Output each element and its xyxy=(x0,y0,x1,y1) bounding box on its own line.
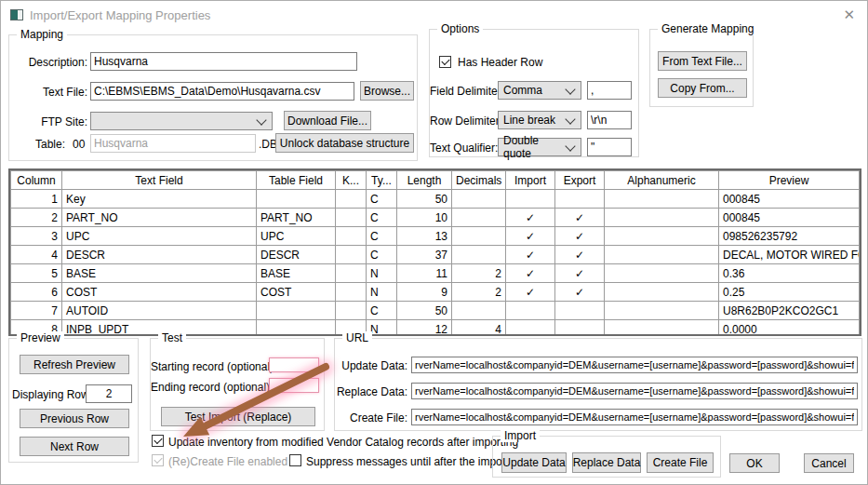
grid-cell-preview[interactable]: 0.36 xyxy=(719,264,860,283)
grid-cell-column[interactable]: 5 xyxy=(11,264,62,283)
grid-row[interactable]: 7AUTOIDC50U8R62B0P2KCO2GC1 xyxy=(11,302,860,320)
grid-cell-export[interactable]: ✓ xyxy=(555,209,605,227)
grid-cell-key[interactable] xyxy=(336,209,367,227)
ftp-site-select[interactable] xyxy=(90,112,273,130)
test-import-replace-button[interactable]: Test Import (Replace) xyxy=(161,407,315,426)
grid-cell-decimals[interactable] xyxy=(452,209,506,227)
grid-cell-decimals[interactable]: 2 xyxy=(452,283,506,302)
grid-cell-table_field[interactable]: DESCR xyxy=(257,246,336,264)
grid-header-alphanumeric[interactable]: Alphanumeric xyxy=(605,171,719,190)
row-delimiter-select[interactable]: Line break xyxy=(498,111,581,129)
grid-cell-column[interactable]: 1 xyxy=(11,190,62,209)
grid-row[interactable]: 8INPB_UPDTN1240.0000 xyxy=(11,320,860,337)
grid-cell-table_field[interactable] xyxy=(257,190,336,209)
grid-cell-type[interactable]: C xyxy=(367,227,397,246)
grid-row[interactable]: 3UPCUPCC13✓✓098526235792 xyxy=(11,227,860,246)
grid-cell-preview[interactable]: 000845 xyxy=(719,209,860,227)
grid-cell-table_field[interactable]: UPC xyxy=(257,227,336,246)
grid-cell-column[interactable]: 4 xyxy=(11,246,62,264)
grid-cell-text_field[interactable]: BASE xyxy=(62,264,257,283)
next-row-button[interactable]: Next Row xyxy=(20,437,129,456)
starting-record-input[interactable] xyxy=(269,357,319,372)
grid-cell-export[interactable] xyxy=(555,320,605,337)
previous-row-button[interactable]: Previous Row xyxy=(20,409,129,428)
browse-button[interactable]: Browse... xyxy=(360,81,414,101)
grid-cell-length[interactable]: 12 xyxy=(397,320,452,337)
grid-cell-type[interactable]: C xyxy=(367,302,397,320)
grid-cell-decimals[interactable]: 2 xyxy=(452,264,506,283)
grid-cell-type[interactable]: N xyxy=(367,283,397,302)
update-inventory-checkbox[interactable] xyxy=(152,435,164,447)
from-text-file-button[interactable]: From Text File... xyxy=(658,51,747,71)
grid-cell-export[interactable]: ✓ xyxy=(555,264,605,283)
grid-cell-decimals[interactable] xyxy=(452,227,506,246)
grid-cell-table_field[interactable] xyxy=(257,320,336,337)
grid-cell-key[interactable] xyxy=(336,227,367,246)
close-icon[interactable]: ✕ xyxy=(843,7,855,23)
grid-cell-length[interactable]: 13 xyxy=(397,227,452,246)
grid-cell-type[interactable]: C xyxy=(367,190,397,209)
grid-cell-export[interactable]: ✓ xyxy=(555,283,605,302)
grid-cell-table_field[interactable]: PART_NO xyxy=(257,209,336,227)
grid-row[interactable]: 1KeyC50000845 xyxy=(11,190,860,209)
grid-cell-alphanumeric[interactable] xyxy=(605,320,719,337)
grid-cell-preview[interactable]: 000845 xyxy=(719,190,860,209)
grid-row[interactable]: 5BASEBASEN112✓✓0.36 xyxy=(11,264,860,283)
grid-cell-alphanumeric[interactable] xyxy=(605,190,719,209)
grid-cell-text_field[interactable]: UPC xyxy=(62,227,257,246)
grid-cell-preview[interactable]: 0.25 xyxy=(719,283,860,302)
grid-cell-type[interactable]: C xyxy=(367,209,397,227)
import-update-data-button[interactable]: Update Data xyxy=(501,452,567,473)
grid-cell-length[interactable]: 11 xyxy=(397,264,452,283)
grid-cell-preview[interactable]: 0.0000 xyxy=(719,320,860,337)
grid-cell-key[interactable] xyxy=(336,246,367,264)
field-delimiter-select[interactable]: Comma xyxy=(498,81,581,100)
copy-from-button[interactable]: Copy From... xyxy=(658,78,747,98)
grid-cell-length[interactable]: 10 xyxy=(397,209,452,227)
row-delimiter-char-input[interactable] xyxy=(587,111,632,129)
grid-cell-decimals[interactable] xyxy=(452,190,506,209)
grid-cell-alphanumeric[interactable] xyxy=(605,227,719,246)
grid-header-table_field[interactable]: Table Field xyxy=(257,171,336,190)
grid-cell-length[interactable]: 9 xyxy=(397,283,452,302)
replace-data-url-input[interactable] xyxy=(411,383,858,399)
grid-cell-preview[interactable]: 098526235792 xyxy=(719,227,860,246)
grid-cell-preview[interactable]: U8R62B0P2KCO2GC1 xyxy=(719,302,860,320)
grid-cell-alphanumeric[interactable] xyxy=(605,246,719,264)
grid-cell-length[interactable]: 50 xyxy=(397,190,452,209)
grid-header-column[interactable]: Column xyxy=(11,171,62,190)
grid-cell-text_field[interactable]: COST xyxy=(62,283,257,302)
grid-cell-length[interactable]: 50 xyxy=(397,302,452,320)
grid-cell-table_field[interactable]: COST xyxy=(257,283,336,302)
import-replace-data-button[interactable]: Replace Data xyxy=(572,452,641,473)
grid-cell-decimals[interactable]: 4 xyxy=(452,320,506,337)
grid-cell-import[interactable] xyxy=(506,320,555,337)
table-name-input[interactable] xyxy=(90,134,256,153)
grid-cell-alphanumeric[interactable] xyxy=(605,302,719,320)
grid-header-import[interactable]: Import xyxy=(506,171,555,190)
grid-cell-import[interactable] xyxy=(506,190,555,209)
refresh-preview-button[interactable]: Refresh Preview xyxy=(20,355,129,374)
grid-cell-alphanumeric[interactable] xyxy=(605,264,719,283)
grid-cell-key[interactable] xyxy=(336,190,367,209)
grid-row[interactable]: 2PART_NOPART_NOC10✓✓000845 xyxy=(11,209,860,227)
field-delimiter-char-input[interactable] xyxy=(587,81,632,100)
create-file-url-input[interactable] xyxy=(411,409,858,425)
grid-cell-import[interactable]: ✓ xyxy=(506,264,555,283)
grid-header-type[interactable]: Ty... xyxy=(367,171,397,190)
grid-row[interactable]: 6COSTCOSTN92✓✓0.25 xyxy=(11,283,860,302)
suppress-messages-checkbox[interactable] xyxy=(289,454,301,466)
grid-cell-text_field[interactable]: Key xyxy=(62,190,257,209)
description-input[interactable] xyxy=(90,52,357,71)
grid-cell-table_field[interactable]: BASE xyxy=(257,264,336,283)
grid-cell-type[interactable]: C xyxy=(367,246,397,264)
grid-cell-column[interactable]: 3 xyxy=(11,227,62,246)
grid-cell-decimals[interactable] xyxy=(452,246,506,264)
grid-cell-decimals[interactable] xyxy=(452,302,506,320)
cancel-button[interactable]: Cancel xyxy=(804,453,854,473)
update-data-url-input[interactable] xyxy=(411,357,858,373)
text-qualifier-select[interactable]: Double quote xyxy=(498,138,581,156)
grid-header-text_field[interactable]: Text Field xyxy=(62,171,257,190)
grid-header-export[interactable]: Export xyxy=(555,171,605,190)
grid-cell-column[interactable]: 7 xyxy=(11,302,62,320)
